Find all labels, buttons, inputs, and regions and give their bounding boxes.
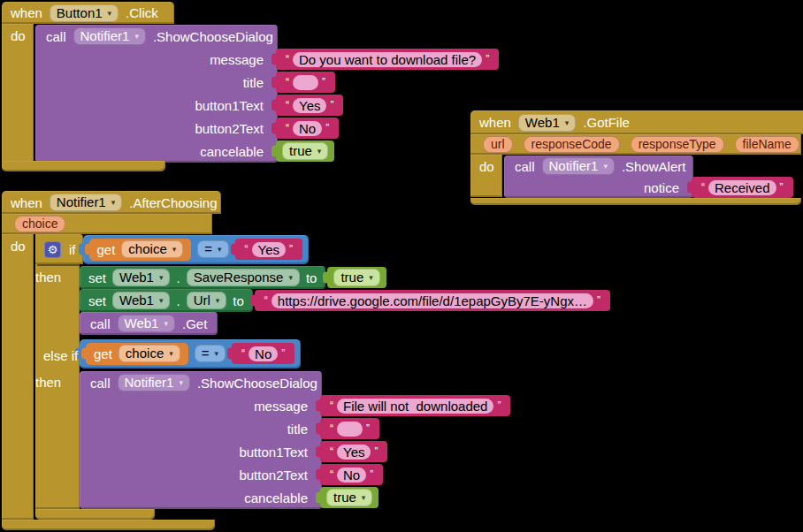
text-field[interactable]: File will not downloaded — [337, 399, 493, 414]
if-header: ⚙ if — [35, 234, 83, 264]
operator-dropdown[interactable]: = — [197, 240, 228, 258]
bool-dropdown[interactable]: true — [333, 269, 379, 286]
component-dropdown-button1[interactable]: Button1 — [50, 4, 119, 22]
param-label-title: title — [287, 422, 308, 437]
param-label-message: message — [254, 399, 308, 414]
text-block-message[interactable]: “File will not downloaded” — [320, 395, 510, 416]
component-dropdown-web1[interactable]: Web1 — [518, 114, 576, 132]
event-header[interactable]: when Notifier1 .AfterChoosing — [2, 191, 221, 214]
open-quote: “ — [264, 296, 268, 305]
set-url-block[interactable]: set Web1 . Url to — [80, 289, 253, 312]
dot-separator: . — [176, 293, 180, 308]
if-label: if — [69, 242, 76, 257]
close-quote: ” — [597, 296, 600, 305]
block-bottom — [2, 520, 215, 530]
then-statements: set Web1 . SaveResponse to true set Web1… — [80, 266, 610, 335]
param-badge-responsecode: responseCode — [524, 136, 620, 153]
text-field[interactable]: No — [337, 467, 366, 483]
text-field[interactable]: No — [293, 121, 322, 136]
text-block-notice[interactable]: “Received” — [692, 177, 793, 198]
param-badge-url: url — [483, 136, 513, 153]
bool-dropdown[interactable]: true — [326, 489, 372, 506]
bool-block-true[interactable]: true — [327, 267, 386, 288]
text-field[interactable] — [337, 422, 363, 437]
operator-dropdown[interactable]: = — [195, 345, 226, 362]
component-dropdown-notifier1[interactable]: Notifier1 — [542, 157, 615, 175]
bool-block-true[interactable]: true — [276, 141, 334, 162]
component-dropdown-notifier1[interactable]: Notifier1 — [73, 27, 146, 45]
close-quote: ” — [281, 349, 285, 358]
close-quote: ” — [322, 78, 325, 87]
text-block-message[interactable]: “Do you want to download file?” — [276, 49, 499, 70]
close-quote: ” — [289, 245, 293, 254]
bool-dropdown[interactable]: true — [282, 142, 328, 160]
text-block-yes[interactable]: “Yes” — [235, 239, 302, 260]
close-quote: ” — [330, 101, 333, 110]
to-label: to — [306, 270, 317, 285]
if-block-bottom — [35, 509, 155, 520]
open-quote: “ — [330, 447, 333, 456]
param-label-cancelable: cancelable — [200, 144, 264, 159]
text-field[interactable]: Received — [708, 180, 776, 195]
mutator-gear-icon[interactable]: ⚙ — [44, 241, 61, 258]
get-choice-block[interactable]: get choice — [89, 239, 192, 261]
text-field[interactable] — [293, 75, 318, 90]
text-block-no[interactable]: “No” — [232, 343, 294, 364]
param-label-button2text: button2Text — [239, 467, 308, 483]
set-saveresponse-block[interactable]: set Web1 . SaveResponse to — [80, 266, 325, 289]
set-label: set — [88, 293, 106, 308]
text-field[interactable]: No — [249, 346, 278, 361]
property-dropdown-saveresponse[interactable]: SaveResponse — [187, 269, 300, 286]
call-showchoosedialog-block[interactable]: call Notifier1 .ShowChooseDialog message… — [35, 25, 278, 163]
text-field[interactable]: Yes — [252, 242, 286, 257]
text-block-button2text[interactable]: “No” — [276, 118, 339, 139]
param-label-button1text: button1Text — [239, 445, 308, 460]
open-quote: “ — [701, 183, 705, 192]
text-block-button1text[interactable]: “Yes” — [276, 95, 343, 116]
text-block-title[interactable]: “” — [320, 418, 379, 439]
equals-block-2[interactable]: get choice = “No” — [80, 339, 301, 369]
call-web1-get-block[interactable]: call Web1 .Get — [80, 312, 218, 335]
param-badge-choice: choice — [14, 216, 65, 232]
component-dropdown-web1[interactable]: Web1 — [112, 292, 170, 309]
text-field[interactable]: Yes — [293, 98, 326, 113]
when-label: when — [11, 195, 42, 210]
param-badge-responsetype: responseType — [631, 136, 724, 153]
close-quote: ” — [370, 470, 373, 479]
event-name-label: .GotFile — [583, 115, 630, 130]
component-dropdown-web1[interactable]: Web1 — [118, 315, 175, 332]
component-dropdown-web1[interactable]: Web1 — [112, 269, 170, 286]
event-header[interactable]: when Button1 .Click — [2, 2, 174, 24]
text-block-title[interactable]: “” — [276, 72, 335, 93]
component-dropdown-notifier1[interactable]: Notifier1 — [50, 194, 122, 211]
property-dropdown-url[interactable]: Url — [187, 292, 227, 309]
text-block-button1text[interactable]: “Yes” — [320, 441, 387, 462]
event-header[interactable]: when Web1 .GotFile — [470, 110, 803, 134]
equals-block-1[interactable]: get choice = “Yes” — [83, 235, 310, 264]
component-dropdown-notifier1[interactable]: Notifier1 — [118, 374, 190, 391]
call-label: call — [90, 376, 111, 391]
call-showchoosedialog-block-2[interactable]: call Notifier1 .ShowChooseDialog message… — [80, 371, 322, 509]
bool-block-true[interactable]: true — [320, 487, 379, 508]
close-quote: ” — [366, 424, 370, 433]
close-quote: ” — [374, 447, 378, 456]
if-block[interactable]: ⚙ if get choice = “Yes” then set Web1 — [35, 234, 690, 520]
event-name-label: .AfterChoosing — [129, 195, 217, 210]
open-quote: “ — [241, 349, 245, 358]
elseif-label: else if — [35, 345, 102, 363]
do-label: do — [2, 24, 34, 43]
text-field[interactable]: Do you want to download file? — [293, 52, 482, 67]
dot-separator: . — [176, 270, 180, 285]
text-field[interactable]: https://drive.google.com/file/d/1epapGyB… — [271, 293, 593, 308]
method-label: .ShowAlert — [622, 159, 686, 174]
text-block-button2text[interactable]: “No” — [320, 464, 383, 485]
call-label: call — [90, 316, 111, 331]
when-notifier1-afterchoosing-block[interactable]: when Notifier1 .AfterChoosing choice do … — [2, 191, 656, 476]
text-block-url[interactable]: “https://drive.google.com/file/d/1epapGy… — [255, 290, 610, 311]
call-label: call — [515, 159, 535, 174]
param-label-button2text: button2Text — [195, 121, 264, 136]
text-field[interactable]: Yes — [337, 445, 371, 460]
open-quote: “ — [245, 245, 249, 254]
variable-dropdown-choice[interactable]: choice — [119, 345, 180, 362]
variable-dropdown-choice[interactable]: choice — [121, 240, 183, 258]
